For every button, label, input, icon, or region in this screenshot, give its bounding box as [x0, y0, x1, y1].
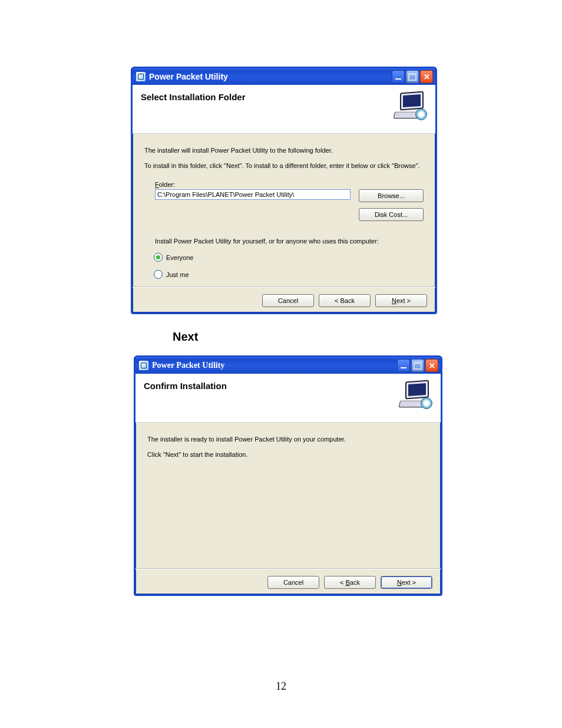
titlebar[interactable]: Power Packet Utility ✕: [135, 357, 441, 374]
installer-art-icon: [397, 380, 432, 409]
step-caption-next: Next: [173, 330, 198, 344]
minimize-button[interactable]: [392, 70, 405, 83]
browse-button[interactable]: Browse...: [359, 189, 424, 202]
installer-window-confirm: Power Packet Utility ✕ Confirm Installat…: [134, 355, 442, 596]
maximize-button: [411, 359, 424, 372]
radio-checked-icon: [154, 253, 163, 262]
wizard-body: The installer is ready to install Power …: [135, 423, 441, 569]
back-button[interactable]: < Back: [324, 576, 376, 589]
disk-cost-button[interactable]: Disk Cost...: [359, 208, 424, 221]
installer-art-icon: [392, 91, 427, 120]
app-icon: [136, 72, 146, 81]
radio-unchecked-icon: [154, 270, 163, 279]
titlebar[interactable]: Power Packet Utility ✕: [133, 68, 435, 85]
page-number: 12: [0, 680, 562, 693]
wizard-body: The installer will install Power Packet …: [133, 134, 435, 287]
cancel-button[interactable]: Cancel: [262, 294, 314, 307]
cancel-button[interactable]: Cancel: [267, 576, 319, 589]
folder-label: Folder:: [155, 181, 424, 188]
wizard-heading: Select Installation Folder: [141, 92, 246, 102]
next-button[interactable]: Next >: [381, 576, 432, 589]
radio-everyone[interactable]: Everyone: [154, 253, 424, 262]
minimize-button[interactable]: [397, 359, 410, 372]
radio-everyone-label: Everyone: [166, 254, 193, 261]
info-text-1: The installer is ready to install Power …: [147, 436, 429, 443]
radio-justme[interactable]: Just me: [154, 270, 424, 279]
wizard-footer: Cancel < Back Next >: [133, 287, 435, 314]
wizard-header: Select Installation Folder: [133, 85, 435, 134]
info-text-2: To install in this folder, click "Next".…: [144, 162, 424, 169]
radio-justme-label: Just me: [166, 271, 189, 278]
close-button[interactable]: ✕: [420, 70, 433, 83]
folder-input[interactable]: [155, 189, 351, 200]
close-button[interactable]: ✕: [425, 359, 438, 372]
window-title: Power Packet Utility: [152, 361, 396, 370]
app-icon: [139, 361, 148, 370]
wizard-footer: Cancel < Back Next >: [135, 569, 441, 595]
info-text-2: Click "Next" to start the installation.: [147, 451, 429, 458]
info-text-1: The installer will install Power Packet …: [144, 147, 424, 154]
wizard-header: Confirm Installation: [135, 374, 441, 423]
installer-window-select-folder: Power Packet Utility ✕ Select Installati…: [131, 67, 437, 314]
wizard-heading: Confirm Installation: [144, 381, 227, 391]
maximize-button: [406, 70, 419, 83]
install-for-label: Install Power Packet Utility for yoursel…: [155, 238, 424, 245]
window-title: Power Packet Utility: [149, 72, 391, 81]
back-button[interactable]: < Back: [319, 294, 371, 307]
next-button[interactable]: Next >: [375, 294, 427, 307]
